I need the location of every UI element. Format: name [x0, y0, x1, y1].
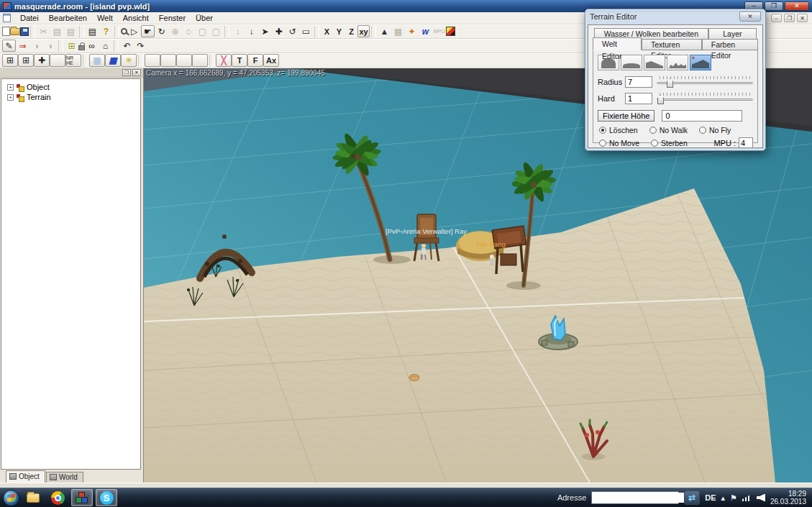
paste-icon[interactable]: ▤ [64, 25, 78, 37]
step-back-icon[interactable]: ◑ [29, 40, 43, 52]
brush-rough-button[interactable] [667, 55, 688, 70]
print-icon[interactable]: ▤ [86, 25, 99, 37]
menu-bearbeiten[interactable]: Bearbeiten [44, 13, 92, 23]
taskbar-explorer-button[interactable] [22, 489, 44, 506]
drop-object-gray-icon[interactable]: ↓ [231, 25, 245, 37]
zoom-extents-icon[interactable]: ⊕ [168, 25, 182, 37]
lasso-icon[interactable]: ◌ [182, 25, 196, 37]
radio-no-move[interactable]: No Move [599, 139, 639, 147]
redo-icon[interactable]: ↷ [134, 40, 147, 52]
expand-icon[interactable]: + [7, 94, 14, 101]
radius-slider-thumb[interactable] [667, 78, 673, 88]
radio-loeschen[interactable]: Löschen [599, 126, 638, 134]
tab-texturen-editor[interactable]: Texturen Editor [642, 39, 702, 50]
grid-light-button[interactable]: ▦ [89, 54, 105, 67]
document-icon[interactable] [3, 14, 11, 22]
axis-xy-button[interactable]: xy [357, 25, 370, 37]
taskbar-skype-button[interactable]: S [96, 489, 117, 506]
brush-slope-button[interactable] [644, 55, 665, 70]
text-t-button[interactable]: T [232, 54, 247, 67]
menu-ansicht[interactable]: Ansicht [118, 13, 154, 23]
cut-icon[interactable]: ✂ [37, 25, 50, 37]
hard-slider-thumb[interactable] [657, 95, 664, 104]
help-icon[interactable]: ? [99, 25, 113, 37]
scale-icon[interactable]: ▭ [299, 25, 313, 37]
expand-icon[interactable]: + [7, 84, 14, 91]
brush-mound-button[interactable] [621, 55, 642, 70]
copy-icon[interactable]: ▤ [50, 25, 64, 37]
save-icon[interactable] [20, 27, 29, 36]
radius-slider[interactable] [657, 76, 753, 88]
sprite-icon[interactable] [446, 27, 455, 36]
action-center-flag-icon[interactable]: ⚑ [730, 493, 737, 503]
layout-grid-button[interactable]: ⊞ [2, 54, 18, 67]
mpu-input[interactable] [739, 137, 753, 148]
dialog-titlebar[interactable]: Terrain Editor ✕ [585, 9, 765, 24]
axis-z-button[interactable]: Z [345, 25, 357, 37]
address-go-button[interactable]: ⇄ [684, 490, 700, 505]
window-tile-icon[interactable]: ▢ [209, 25, 223, 37]
mdi-restore-button[interactable]: ❐ [784, 14, 795, 22]
dialog-close-button[interactable]: ✕ [739, 12, 761, 22]
step-forward-icon[interactable]: ◑ [43, 40, 57, 52]
radio-sterben[interactable]: Sterben [651, 139, 688, 147]
water-icon[interactable]: w [419, 25, 432, 37]
radio-no-walk[interactable]: No Walk [649, 126, 688, 134]
grid-toggle-icon[interactable]: ⊞ [65, 40, 78, 52]
delete-texture-button[interactable]: ╳ [216, 54, 232, 67]
menu-ueber[interactable]: Über [191, 13, 218, 23]
select-arrow-icon[interactable]: ▷ [127, 25, 141, 37]
text-ax-button[interactable]: Ax [263, 54, 279, 67]
hard-slider[interactable] [657, 92, 753, 105]
address-combobox[interactable]: ▼ [591, 491, 679, 504]
terrain-light-button[interactable] [192, 54, 208, 67]
import-route-icon[interactable]: ⇒ [16, 40, 29, 52]
menu-datei[interactable]: Datei [15, 13, 44, 23]
tree-node-object[interactable]: + Object [3, 82, 139, 92]
orbit-icon[interactable]: ↻ [155, 25, 168, 37]
edit-mode-icon[interactable]: ✎ [2, 40, 16, 52]
close-button[interactable]: ✕ [785, 1, 809, 11]
tab-world[interactable]: World [46, 472, 83, 483]
snow-button[interactable]: ✳ [121, 54, 137, 67]
drop-object-icon[interactable]: ↓ [245, 25, 258, 37]
zoom-icon[interactable] [121, 28, 127, 35]
network-signal-icon[interactable] [742, 494, 752, 501]
panel-restore-button[interactable]: ❐ [122, 69, 131, 76]
tab-layer[interactable]: Layer [708, 28, 757, 39]
tab-object[interactable]: Object [6, 470, 45, 483]
maximize-button[interactable]: ❐ [765, 1, 783, 11]
window-cascade-icon[interactable]: ▢ [196, 25, 209, 37]
home-icon[interactable]: ⌂ [99, 40, 112, 52]
new-file-icon[interactable] [2, 27, 10, 36]
open-folder-icon[interactable] [10, 28, 20, 35]
cursor-mode-button[interactable]: ✚ [34, 54, 50, 67]
radius-input[interactable] [625, 76, 652, 88]
palette-icon[interactable]: ✦ [405, 25, 419, 37]
radio-no-fly[interactable]: No Fly [699, 126, 731, 134]
text-f-button[interactable]: F [247, 54, 263, 67]
link-icon[interactable]: ∞ [85, 40, 99, 52]
start-button[interactable] [3, 490, 19, 506]
mpu-toggle[interactable]: MPU [432, 25, 446, 37]
volume-icon[interactable] [757, 494, 765, 502]
terrain-mesh-icon[interactable]: ▦ [391, 25, 405, 37]
pan-hand-icon[interactable]: ☛ [141, 25, 155, 37]
menu-fenster[interactable]: Fenster [154, 13, 191, 23]
move-icon[interactable]: ✚ [272, 25, 286, 37]
tab-welt-editor[interactable]: Welt Editor [593, 37, 642, 50]
layout-grid2-button[interactable]: ⊞ [18, 54, 34, 67]
axis-x-button[interactable]: X [321, 25, 333, 37]
mdi-close-button[interactable]: ✕ [797, 14, 808, 22]
fixed-height-input[interactable] [662, 110, 742, 122]
terrain-green-button[interactable] [145, 54, 160, 67]
address-input[interactable] [592, 493, 691, 503]
hard-input[interactable] [625, 93, 652, 104]
taskbar-editor-button[interactable] [71, 489, 93, 506]
grid-blue-button[interactable]: ▦ [105, 54, 121, 67]
mdi-minimize-button[interactable]: – [771, 14, 782, 22]
brush-cliff-button[interactable] [690, 55, 711, 70]
terrain-colors-button[interactable] [160, 54, 176, 67]
mountain-icon[interactable]: ▲ [378, 25, 391, 37]
menu-welt[interactable]: Welt [92, 13, 118, 23]
